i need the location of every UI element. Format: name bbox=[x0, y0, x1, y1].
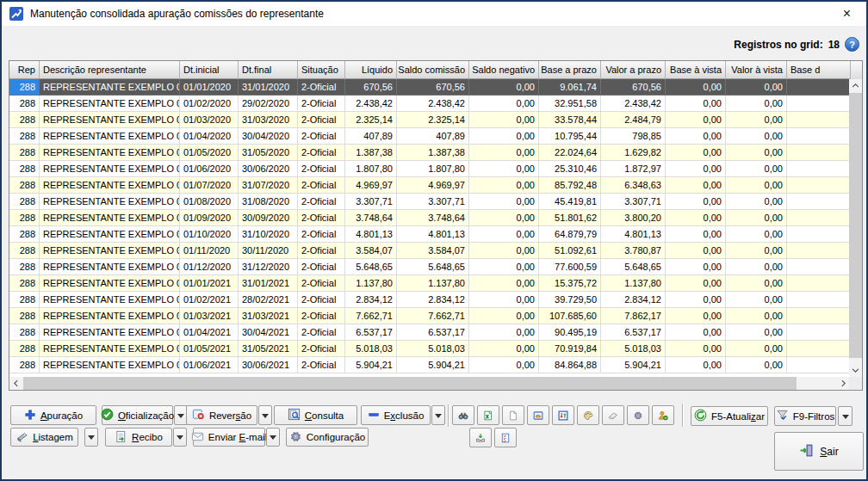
exclusao-dropdown[interactable] bbox=[431, 405, 445, 425]
scroll-up-icon[interactable] bbox=[849, 79, 862, 92]
column-header-rep[interactable]: Rep bbox=[9, 61, 40, 79]
listagem-button[interactable]: Listagem bbox=[10, 428, 78, 447]
column-header-valor_a_vista[interactable]: Valor à vista bbox=[726, 61, 787, 79]
cell-rep: 288 bbox=[9, 161, 40, 177]
cell-dt_inicial: 01/02/2021 bbox=[180, 292, 239, 308]
cell-situacao: 2-Oficial bbox=[298, 226, 345, 243]
column-header-saldo_comissao[interactable]: Saldo comissão bbox=[397, 61, 469, 79]
table-row[interactable]: 288REPRESENTANTE EXEMPLO 0101/01/202031/… bbox=[9, 79, 851, 96]
download-tray-icon[interactable] bbox=[469, 428, 492, 447]
table-row[interactable]: 288REPRESENTANTE EXEMPLO 0101/10/202031/… bbox=[9, 226, 851, 243]
horizontal-scrollbar[interactable] bbox=[9, 377, 850, 390]
table-row[interactable]: 288REPRESENTANTE EXEMPLO 0101/06/202030/… bbox=[9, 161, 851, 177]
column-header-saldo_negativo[interactable]: Saldo negativo bbox=[469, 61, 539, 79]
consulta-button[interactable]: Consulta bbox=[274, 405, 357, 425]
cell-saldo_negativo: 0,00 bbox=[469, 145, 539, 161]
payment-hand-icon[interactable] bbox=[527, 405, 549, 425]
records-label: Registros no grid: bbox=[734, 39, 822, 51]
f5-atualizar-button[interactable]: F5-Atualizar bbox=[691, 406, 768, 426]
cell-base_a_vista: 0,00 bbox=[666, 177, 726, 194]
f9-filtros-dropdown[interactable] bbox=[838, 406, 852, 426]
cell-base_a_prazo: 32.951,58 bbox=[539, 96, 601, 112]
cell-descricao: REPRESENTANTE EXEMPLO 01 bbox=[40, 96, 180, 112]
cell-dt_inicial: 01/06/2020 bbox=[180, 161, 239, 177]
reversao-dropdown[interactable] bbox=[258, 405, 272, 425]
table-row[interactable]: 288REPRESENTANTE EXEMPLO 0101/08/202031/… bbox=[9, 194, 851, 210]
excel-export-icon[interactable] bbox=[477, 405, 499, 425]
table-row[interactable]: 288REPRESENTANTE EXEMPLO 0101/03/202031/… bbox=[9, 112, 851, 128]
scroll-left-icon[interactable] bbox=[9, 377, 22, 390]
recibo-button[interactable]: Recibo bbox=[105, 428, 172, 447]
table-row[interactable]: 288REPRESENTANTE EXEMPLO 0101/11/202030/… bbox=[9, 243, 851, 259]
cell-rep: 288 bbox=[9, 324, 40, 341]
configuracao-button[interactable]: Configuração bbox=[286, 428, 369, 447]
document-icon[interactable] bbox=[502, 405, 524, 425]
cell-base_a_prazo: 15.375,72 bbox=[539, 275, 601, 292]
cell-dt_inicial: 01/03/2020 bbox=[180, 112, 239, 128]
reversao-button[interactable]: Reversão bbox=[186, 405, 257, 425]
table-row[interactable]: 288REPRESENTANTE EXEMPLO 0101/02/202128/… bbox=[9, 292, 851, 308]
table-row[interactable]: 288REPRESENTANTE EXEMPLO 0101/04/202030/… bbox=[9, 128, 851, 145]
transfer-arrows-icon[interactable] bbox=[552, 405, 574, 425]
vertical-scrollbar[interactable] bbox=[849, 79, 862, 377]
eraser-icon[interactable] bbox=[602, 405, 624, 425]
table-row[interactable]: 288REPRESENTANTE EXEMPLO 0101/06/202130/… bbox=[9, 357, 851, 373]
table-row[interactable]: 288REPRESENTANTE EXEMPLO 0101/12/202031/… bbox=[9, 259, 851, 275]
f9-filtros-button[interactable]: F9-Filtros bbox=[774, 406, 836, 426]
recibo-dropdown[interactable] bbox=[173, 428, 187, 447]
scroll-down-icon[interactable] bbox=[849, 364, 862, 377]
table-row[interactable]: 288REPRESENTANTE EXEMPLO 0101/09/202030/… bbox=[9, 210, 851, 226]
sair-button[interactable]: Sair bbox=[774, 432, 864, 471]
cell-dt_final: 31/03/2020 bbox=[239, 112, 298, 128]
cell-base_d bbox=[787, 292, 851, 308]
listagem-dropdown[interactable] bbox=[84, 428, 98, 447]
checklist-icon[interactable] bbox=[494, 428, 517, 447]
grid-body: 288REPRESENTANTE EXEMPLO 0101/01/202031/… bbox=[9, 79, 851, 373]
toolbar-separator bbox=[682, 404, 683, 427]
cell-saldo_comissao: 1.807,80 bbox=[397, 161, 469, 177]
column-header-descricao[interactable]: Descrição representante bbox=[40, 61, 180, 79]
cell-valor_a_vista: 0,00 bbox=[726, 243, 787, 259]
column-header-dt_final[interactable]: Dt.final bbox=[239, 61, 298, 79]
table-row[interactable]: 288REPRESENTANTE EXEMPLO 0101/04/202130/… bbox=[9, 324, 851, 341]
user-check-icon[interactable] bbox=[652, 405, 674, 425]
enviar-email-dropdown[interactable] bbox=[266, 428, 280, 447]
scroll-right-icon[interactable] bbox=[837, 377, 850, 390]
horizontal-scroll-thumb[interactable] bbox=[23, 377, 797, 390]
table-row[interactable]: 288REPRESENTANTE EXEMPLO 0101/05/202031/… bbox=[9, 145, 851, 161]
gear-icon[interactable] bbox=[627, 405, 649, 425]
help-icon[interactable]: ? bbox=[845, 37, 859, 52]
refresh-icon bbox=[694, 409, 707, 423]
cell-base_a_vista: 0,00 bbox=[666, 145, 726, 161]
oficializacao-button[interactable]: Oficialização bbox=[102, 405, 173, 425]
vertical-scroll-thumb[interactable] bbox=[849, 93, 862, 358]
cell-valor_a_vista: 0,00 bbox=[726, 145, 787, 161]
column-header-liquido[interactable]: Líquido bbox=[345, 61, 397, 79]
column-header-situacao[interactable]: Situação bbox=[298, 61, 345, 79]
exclusao-button[interactable]: Exclusão bbox=[361, 405, 431, 425]
cell-saldo_comissao: 2.438,42 bbox=[397, 96, 469, 112]
palette-icon[interactable] bbox=[577, 405, 599, 425]
cell-valor_a_prazo: 6.537,17 bbox=[601, 324, 666, 341]
cell-valor_a_vista: 0,00 bbox=[726, 79, 787, 96]
table-row[interactable]: 288REPRESENTANTE EXEMPLO 0101/07/202031/… bbox=[9, 177, 851, 194]
enviar-email-button[interactable]: Enviar E-mail bbox=[193, 428, 265, 447]
cell-rep: 288 bbox=[9, 275, 40, 292]
column-header-base_a_prazo[interactable]: Base a prazo bbox=[539, 61, 601, 79]
table-row[interactable]: 288REPRESENTANTE EXEMPLO 0101/05/202131/… bbox=[9, 341, 851, 357]
binoculars-icon[interactable] bbox=[452, 405, 474, 425]
cell-base_a_vista: 0,00 bbox=[666, 275, 726, 292]
cell-descricao: REPRESENTANTE EXEMPLO 01 bbox=[40, 210, 180, 226]
cell-base_d bbox=[787, 226, 851, 243]
apuracao-button[interactable]: Apuração bbox=[10, 405, 96, 425]
cell-dt_inicial: 01/07/2020 bbox=[180, 177, 239, 194]
table-row[interactable]: 288REPRESENTANTE EXEMPLO 0101/01/202131/… bbox=[9, 275, 851, 292]
table-row[interactable]: 288REPRESENTANTE EXEMPLO 0101/03/202131/… bbox=[9, 308, 851, 324]
column-header-valor_a_prazo[interactable]: Valor a prazo bbox=[601, 61, 666, 79]
close-icon[interactable]: × bbox=[828, 2, 866, 26]
table-row[interactable]: 288REPRESENTANTE EXEMPLO 0101/02/202029/… bbox=[9, 96, 851, 112]
column-header-base_a_vista[interactable]: Base à vista bbox=[666, 61, 726, 79]
cell-descricao: REPRESENTANTE EXEMPLO 01 bbox=[40, 145, 180, 161]
column-header-base_d[interactable]: Base d bbox=[787, 61, 851, 79]
column-header-dt_inicial[interactable]: Dt.inicial bbox=[180, 61, 239, 79]
